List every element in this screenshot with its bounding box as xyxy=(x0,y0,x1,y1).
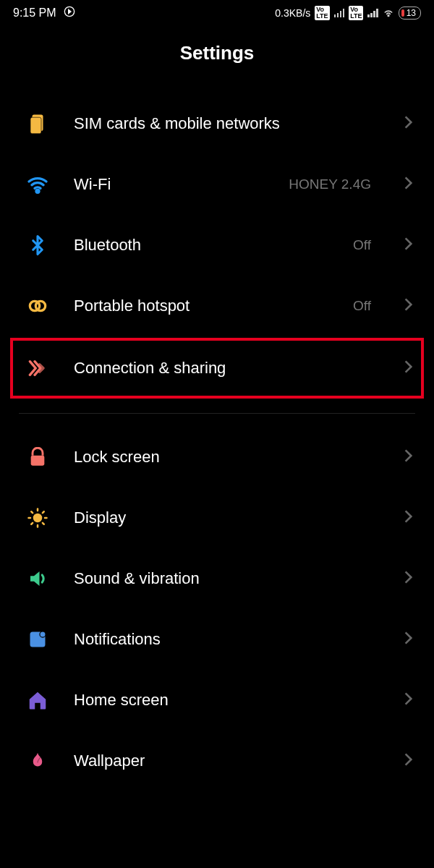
svg-rect-3 xyxy=(30,117,41,134)
battery-icon: 13 xyxy=(399,7,421,20)
svg-point-8 xyxy=(33,514,43,523)
settings-item-wifi[interactable]: Wi-Fi HONEY 2.4G xyxy=(0,154,434,215)
settings-item-label: SIM cards & mobile networks xyxy=(74,114,381,133)
home-icon xyxy=(25,687,51,713)
status-time: 9:15 PM xyxy=(13,7,56,20)
wallpaper-icon xyxy=(25,748,51,774)
bluetooth-icon xyxy=(25,232,51,258)
settings-item-bluetooth[interactable]: Bluetooth Off xyxy=(0,215,434,276)
settings-item-value: HONEY 2.4G xyxy=(289,176,371,192)
settings-item-sound[interactable]: Sound & vibration xyxy=(0,548,434,609)
settings-item-home-screen[interactable]: Home screen xyxy=(0,670,434,731)
notifications-icon xyxy=(25,626,51,652)
status-bar: 9:15 PM 0.3KB/s VoLTE VoLTE 13 xyxy=(0,0,434,23)
chevron-right-icon xyxy=(404,176,412,192)
settings-item-label: Display xyxy=(74,509,381,527)
page-title: Settings xyxy=(0,42,434,64)
svg-line-15 xyxy=(31,523,33,524)
chevron-right-icon xyxy=(404,692,412,708)
svg-line-13 xyxy=(31,511,33,513)
settings-item-label: Bluetooth xyxy=(74,236,330,255)
status-data-rate: 0.3KB/s xyxy=(275,7,310,19)
settings-item-sim[interactable]: SIM cards & mobile networks xyxy=(0,93,434,154)
settings-item-label: Wi-Fi xyxy=(74,175,265,194)
wifi-icon xyxy=(25,171,51,197)
svg-line-16 xyxy=(43,511,44,513)
lock-icon xyxy=(25,444,51,470)
chevron-right-icon xyxy=(404,449,412,465)
music-icon xyxy=(64,6,75,20)
svg-point-4 xyxy=(36,190,39,192)
chevron-right-icon xyxy=(404,571,412,587)
settings-item-label: Sound & vibration xyxy=(74,569,381,588)
chevron-right-icon xyxy=(404,298,412,314)
settings-item-label: Portable hotspot xyxy=(74,297,330,315)
speaker-icon xyxy=(25,566,51,592)
chevron-right-icon xyxy=(404,237,412,253)
volte-icon-1: VoLTE xyxy=(315,6,329,20)
settings-item-label: Connection & sharing xyxy=(74,359,381,378)
chevron-right-icon xyxy=(404,753,412,769)
settings-item-label: Notifications xyxy=(74,630,381,649)
settings-item-display[interactable]: Display xyxy=(0,488,434,548)
settings-item-label: Wallpaper xyxy=(74,752,381,770)
settings-item-wallpaper[interactable]: Wallpaper xyxy=(0,731,434,791)
sun-icon xyxy=(25,505,51,531)
signal-icon-1 xyxy=(334,9,345,17)
chevron-right-icon xyxy=(404,510,412,526)
divider xyxy=(19,413,415,414)
settings-list: SIM cards & mobile networks Wi-Fi HONEY … xyxy=(0,93,434,791)
settings-item-label: Lock screen xyxy=(74,448,381,467)
svg-point-1 xyxy=(388,14,389,16)
hotspot-icon xyxy=(25,293,51,319)
svg-line-14 xyxy=(43,523,44,524)
settings-item-value: Off xyxy=(353,237,371,253)
svg-point-18 xyxy=(40,631,46,637)
chevron-right-icon xyxy=(404,360,412,376)
settings-item-value: Off xyxy=(353,298,371,314)
chevron-right-icon xyxy=(404,116,412,132)
settings-item-lock-screen[interactable]: Lock screen xyxy=(0,427,434,488)
sim-icon xyxy=(25,111,51,137)
page-header: Settings xyxy=(0,23,434,93)
chevron-right-icon xyxy=(404,631,412,647)
settings-item-notifications[interactable]: Notifications xyxy=(0,609,434,670)
settings-item-connection-sharing[interactable]: Connection & sharing xyxy=(0,336,434,400)
settings-item-label: Home screen xyxy=(74,691,381,710)
connection-sharing-icon xyxy=(25,355,51,381)
wifi-status-icon xyxy=(383,7,394,20)
volte-icon-2: VoLTE xyxy=(349,6,363,20)
settings-item-hotspot[interactable]: Portable hotspot Off xyxy=(0,276,434,336)
svg-rect-7 xyxy=(31,456,45,466)
signal-icon-2 xyxy=(367,9,378,17)
